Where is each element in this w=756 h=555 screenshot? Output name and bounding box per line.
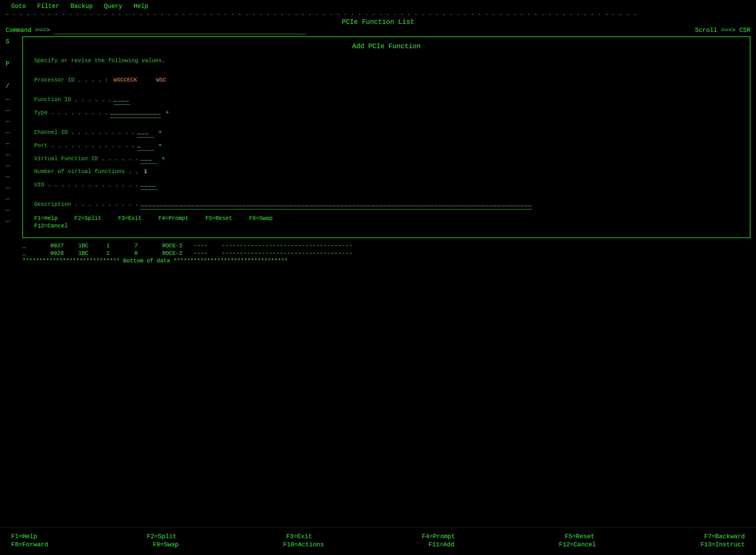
uid-input[interactable]: ____ [140, 179, 157, 190]
port-row: Port . . . . . . . . . . . . . _ + [34, 140, 739, 151]
row-col6-0: ---- [194, 243, 210, 249]
menu-query[interactable]: Query [104, 3, 122, 10]
left-p: P [6, 58, 22, 70]
dialog-f3[interactable]: F3=Exit [118, 215, 142, 221]
menu-filter[interactable]: Filter [37, 3, 59, 10]
command-label: Command ===> [6, 27, 50, 34]
left-dash8: _ [6, 169, 22, 181]
channel-id-label: Channel ID . . . . . . . . . . [34, 127, 135, 137]
scroll-label: Scroll ===> CSR [695, 27, 750, 34]
left-dash9: _ [6, 181, 22, 192]
menu-bar: Goto Filter Backup Query Help [6, 3, 750, 10]
left-dash5: _ [6, 136, 22, 147]
description-input[interactable]: ________________________________________… [140, 199, 532, 209]
uid-row: UID . . . . . . . . . . . . . . ____ [34, 179, 739, 190]
num-vf-value: 1 [140, 167, 147, 177]
processor-id-row: Processor ID . . . . : WSCCECK WSC [34, 75, 739, 85]
footer-row2: F8=Forward F9=Swap F10=Actions F11=Add F… [11, 541, 745, 548]
screen: Goto Filter Backup Query Help - - - - - … [0, 0, 756, 555]
left-dash12: _ [6, 214, 22, 225]
menu-goto[interactable]: Goto [11, 3, 26, 10]
uid-label: UID . . . . . . . . . . . . . . [34, 180, 138, 190]
port-input[interactable]: _ [137, 140, 154, 151]
port-plus[interactable]: + [158, 140, 162, 151]
data-section: _ 0027 1BC 1 7 ROCE-2 ---- -------------… [22, 243, 750, 264]
dialog-f4[interactable]: F4=Prompt [158, 215, 189, 221]
row-col2-1: 1BC [78, 250, 95, 256]
type-plus[interactable]: + [166, 108, 169, 118]
left-dash2: _ [6, 103, 22, 114]
footer-f8[interactable]: F8=Forward [11, 541, 48, 548]
footer-f3[interactable]: F3=Exit [286, 533, 312, 540]
dialog-body: Specify or revise the following values. … [34, 56, 739, 229]
row-col4-1: 8 [134, 250, 151, 256]
dialog-f1[interactable]: F1=Help [34, 215, 58, 221]
dialog-f2[interactable]: F2=Split [75, 215, 101, 221]
table-row: _ 0028 1BC 1 8 ROCE-2 ---- -------------… [22, 250, 750, 256]
left-dash4: _ [6, 125, 22, 136]
num-vf-row: Number of virtual functions . . 1 [34, 167, 739, 177]
row-num-1: 0028 [50, 250, 67, 256]
footer-f13[interactable]: F13=Instruct [701, 541, 745, 548]
menu-help[interactable]: Help [134, 3, 148, 10]
left-dash11: _ [6, 203, 22, 214]
row-col6-1: ---- [194, 250, 210, 256]
footer-row1: F1=Help F2=Split F3=Exit F4=Prompt F5=Re… [11, 533, 745, 540]
function-id-label: Function ID . . . . . . [34, 95, 111, 105]
row-col3-0: 1 [106, 243, 123, 249]
right-area: Add PCIe Function Specify or revise the … [22, 36, 750, 264]
function-id-row: Function ID . . . . . . ____ [34, 94, 739, 105]
left-dash6: _ [6, 147, 22, 159]
function-id-input[interactable]: ____ [113, 94, 130, 105]
footer-f1[interactable]: F1=Help [11, 533, 37, 540]
bottom-of-data: ***************************** Bottom of … [22, 258, 750, 264]
left-slash: / [6, 81, 22, 92]
row-col4-0: 7 [134, 243, 151, 249]
footer-f7[interactable]: F7=Backward [704, 533, 745, 540]
left-col: S P / _ _ _ _ _ _ _ _ _ _ _ _ [6, 36, 22, 264]
row-col5-0: ROCE-2 [162, 243, 182, 249]
dialog-add-pcie: Add PCIe Function Specify or revise the … [22, 36, 750, 238]
description-row: Description . . . . . . . . . . ________… [34, 199, 739, 209]
type-label: Type . . . . . . . . . [34, 108, 108, 118]
footer-f12[interactable]: F12=Cancel [559, 541, 596, 548]
row-col7-1: ------------------------------------ [222, 250, 352, 256]
footer-f9[interactable]: F9=Swap [153, 541, 179, 548]
footer-f10[interactable]: F10=Actions [283, 541, 324, 548]
left-dash7: _ [6, 159, 22, 170]
command-input[interactable] [54, 27, 305, 34]
dialog-intro: Specify or revise the following values. [34, 56, 739, 66]
processor-id-value2: WSC [139, 75, 166, 85]
page-title: PCIe Function List [6, 18, 750, 26]
description-label: Description . . . . . . . . . . [34, 199, 138, 209]
vf-id-plus[interactable]: + [162, 154, 165, 164]
footer-f2[interactable]: F2=Split [147, 533, 177, 540]
processor-id-label: Processor ID . . . . : [34, 75, 108, 85]
row-sel-0[interactable]: _ [22, 243, 39, 249]
left-blank1 [6, 48, 22, 59]
left-dash10: _ [6, 191, 22, 203]
footer: F1=Help F2=Split F3=Exit F4=Prompt F5=Re… [0, 527, 756, 555]
footer-f5[interactable]: F5=Reset [565, 533, 595, 540]
dialog-fkeys-row2: F12=Cancel [34, 223, 739, 229]
channel-id-input[interactable]: ___ [137, 127, 154, 137]
dialog-f9[interactable]: F9=Swap [249, 215, 273, 221]
type-row: Type . . . . . . . . . _____________ + [34, 108, 739, 118]
menu-backup[interactable]: Backup [70, 3, 93, 10]
dialog-f12[interactable]: F12=Cancel [34, 223, 68, 229]
footer-f11[interactable]: F11=Add [428, 541, 454, 548]
dialog-f5[interactable]: F5=Reset [205, 215, 232, 221]
command-line: Command ===> Scroll ===> CSR [6, 27, 750, 34]
num-vf-label: Number of virtual functions . . [34, 167, 138, 177]
type-input[interactable]: _____________ [110, 108, 161, 118]
vf-id-label: Virtual Function ID . . . . . . [34, 154, 138, 164]
row-sel-1[interactable]: _ [22, 250, 39, 256]
channel-id-plus[interactable]: + [158, 127, 162, 137]
vf-id-row: Virtual Function ID . . . . . . ___ + [34, 154, 739, 164]
left-s: S [6, 36, 22, 48]
port-label: Port . . . . . . . . . . . . . [34, 140, 135, 151]
left-dash3: _ [6, 114, 22, 125]
row-col3-1: 1 [106, 250, 123, 256]
footer-f4[interactable]: F4=Prompt [422, 533, 455, 540]
vf-id-input[interactable]: ___ [140, 154, 157, 164]
